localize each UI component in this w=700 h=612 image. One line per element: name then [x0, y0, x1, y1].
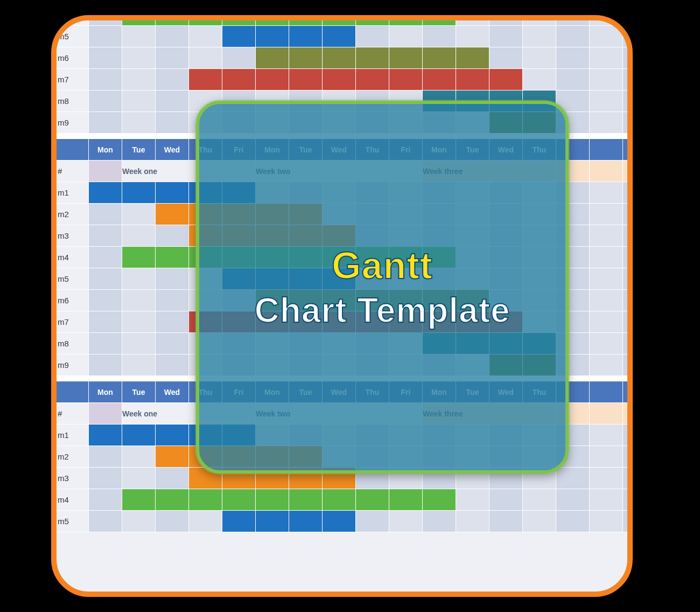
week-row-label: #: [51, 161, 89, 182]
row-label: m2: [51, 446, 89, 468]
day-header: Wed: [156, 139, 189, 161]
row-label: m1: [51, 182, 89, 204]
gantt-row: m4: [51, 15, 633, 26]
row-label: m5: [51, 268, 89, 290]
gantt-template-card: m4m5m6m7m8m9MonTueWedThuFriMonTueWedThuF…: [51, 15, 633, 597]
row-label: m4: [51, 489, 89, 511]
row-label: m3: [51, 468, 89, 489]
week-row-label: #: [51, 403, 89, 425]
day-header: Mon: [89, 381, 122, 403]
row-label: m7: [51, 69, 89, 91]
row-label: m8: [51, 91, 89, 112]
day-header: Tue: [122, 139, 156, 161]
row-label: [51, 381, 89, 403]
row-label: m4: [51, 15, 89, 26]
gantt-row: m4: [51, 489, 633, 511]
title-overlay: Gantt Chart Template: [196, 101, 569, 474]
row-label: [51, 139, 89, 161]
row-label: m1: [51, 425, 89, 446]
row-label: m2: [51, 204, 89, 225]
day-header: Mon: [89, 139, 122, 161]
row-label: m5: [51, 511, 89, 532]
row-label: m7: [51, 311, 89, 333]
row-label: m9: [51, 354, 89, 376]
gantt-row: m7: [51, 69, 633, 91]
gantt-row: m6: [51, 47, 633, 69]
day-header: Tue: [122, 381, 156, 403]
row-label: m6: [51, 290, 89, 311]
row-label: m8: [51, 333, 89, 354]
day-header: Wed: [156, 381, 189, 403]
row-label: m6: [51, 47, 89, 69]
overlay-title: Gantt: [332, 244, 433, 287]
gantt-row: m5: [51, 26, 633, 47]
row-label: m5: [51, 26, 89, 47]
row-label: m3: [51, 225, 89, 247]
overlay-subtitle: Chart Template: [254, 290, 510, 330]
row-label: m4: [51, 247, 89, 268]
gantt-row: m5: [51, 511, 633, 532]
row-label: m9: [51, 112, 89, 134]
